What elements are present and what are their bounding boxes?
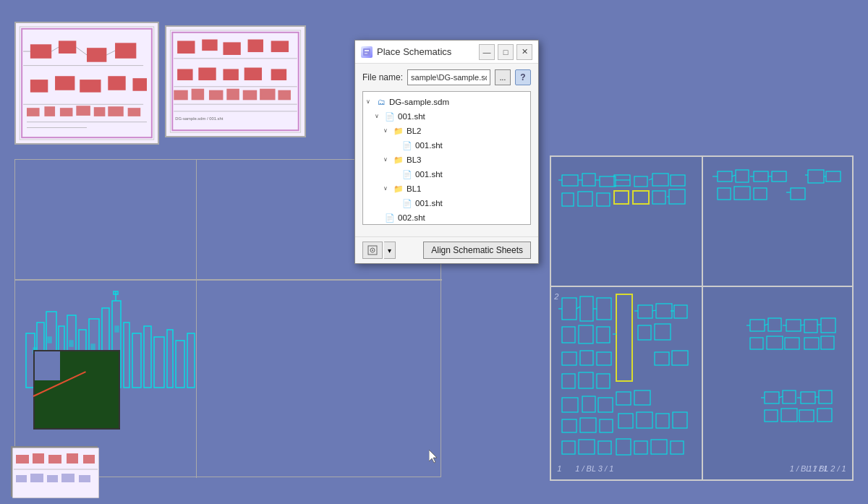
svg-rect-189: [799, 410, 814, 422]
svg-rect-20: [44, 106, 55, 116]
svg-rect-145: [582, 396, 595, 412]
right-top-right-svg: [707, 161, 851, 276]
chevron-root: ∨: [366, 95, 373, 108]
tree-item-BL3[interactable]: ∨ 📁 BL3: [380, 153, 530, 167]
svg-rect-81: [48, 337, 51, 343]
svg-rect-147: [562, 419, 576, 432]
icon-root: 🗂: [375, 95, 387, 108]
settings-icon-button[interactable]: [362, 242, 383, 259]
chevron-001sht: ∨: [375, 110, 382, 123]
svg-rect-136: [655, 324, 671, 340]
nested-schematic-box: [11, 446, 98, 497]
svg-rect-134: [597, 352, 611, 365]
svg-rect-172: [767, 336, 783, 349]
label-BL2-001sht: 001.sht: [415, 139, 443, 152]
help-button[interactable]: ?: [515, 69, 531, 85]
svg-rect-92: [634, 176, 647, 187]
svg-rect-53: [48, 455, 61, 464]
svg-rect-95: [652, 191, 665, 204]
dialog-bottom-bar: ▾ Align Schematic Sheets: [355, 236, 538, 263]
svg-rect-150: [618, 414, 633, 428]
svg-rect-60: [61, 474, 75, 482]
right-bottom-left-svg: [555, 291, 703, 475]
tree-item-001sht[interactable]: ∨ 📄 001.sht: [372, 109, 530, 124]
right-top-left-svg: [555, 161, 699, 276]
svg-rect-19: [27, 108, 40, 116]
svg-rect-33: [177, 69, 192, 80]
label-002sht: 002.sht: [398, 211, 425, 224]
tree-item-BL3-001sht[interactable]: 📄 001.sht: [389, 167, 530, 181]
file-name-input[interactable]: [407, 69, 490, 85]
svg-rect-74: [154, 337, 164, 388]
svg-line-162: [576, 307, 580, 309]
svg-rect-131: [674, 305, 687, 318]
svg-rect-93: [652, 174, 668, 186]
svg-rect-25: [128, 108, 141, 116]
nested-svg: [12, 448, 99, 498]
svg-rect-24: [108, 106, 123, 116]
icon-BL1-001sht: 📄: [401, 197, 413, 210]
svg-rect-112: [791, 188, 805, 200]
svg-rect-97: [614, 191, 629, 204]
svg-rect-76: [176, 341, 184, 388]
svg-rect-123: [580, 296, 593, 321]
svg-rect-129: [638, 305, 652, 318]
dialog-close-button[interactable]: ✕: [516, 44, 532, 60]
icon-002sht: 📄: [384, 211, 396, 224]
svg-rect-34: [198, 68, 216, 81]
tree-item-BL1-001sht[interactable]: 📄 001.sht: [389, 196, 530, 210]
svg-rect-177: [821, 336, 834, 349]
tree-item-root[interactable]: ∨ 🗂 DG-sample.sdm: [363, 95, 530, 109]
svg-rect-29: [202, 40, 217, 51]
tree-item-BL1[interactable]: ∨ 📁 BL1: [380, 181, 530, 196]
place-schematics-dialog[interactable]: Place Schematics — □ ✕ File name: ... ? …: [354, 40, 539, 264]
svg-rect-135: [638, 325, 651, 340]
label-BL3-001sht: 001.sht: [415, 168, 443, 181]
dialog-content: File name: ... ? ∨ 🗂 DG-sample.sdm ∨ 📄 0…: [355, 64, 538, 236]
file-name-label: File name:: [362, 72, 403, 82]
label-BL2: BL2: [407, 124, 421, 137]
svg-rect-86: [582, 174, 595, 186]
svg-rect-141: [634, 390, 650, 405]
svg-rect-197: [365, 53, 367, 54]
svg-rect-4: [87, 48, 106, 62]
svg-rect-87: [600, 176, 616, 187]
svg-rect-21: [60, 108, 73, 116]
dialog-title: Place Schematics: [377, 46, 451, 57]
svg-rect-140: [616, 392, 631, 405]
svg-rect-173: [785, 338, 799, 349]
svg-rect-187: [765, 410, 778, 422]
tree-item-002sht[interactable]: 📄 002.sht: [372, 210, 530, 225]
schematic-svg-2: DG-sample.sdm / 001.sht: [166, 27, 305, 136]
chevron-BL3: ∨: [383, 153, 391, 166]
file-tree[interactable]: ∨ 🗂 DG-sample.sdm ∨ 📄 001.sht ∨ 📁 BL2: [362, 91, 531, 225]
svg-rect-89: [578, 192, 592, 206]
svg-rect-144: [562, 398, 578, 412]
dialog-maximize-button[interactable]: □: [498, 44, 514, 60]
dialog-titlebar: Place Schematics — □ ✕: [355, 40, 538, 64]
tree-item-BL2-001sht[interactable]: 📄 001.sht: [389, 138, 530, 153]
svg-text:DG-sample.sdm / 001.sht: DG-sample.sdm / 001.sht: [175, 116, 223, 121]
browse-button[interactable]: ...: [495, 69, 511, 85]
tree-item-BL2[interactable]: ∨ 📁 BL2: [380, 124, 530, 138]
svg-rect-152: [656, 414, 669, 428]
svg-rect-151: [637, 412, 652, 428]
align-schematic-sheets-button[interactable]: Align Schematic Sheets: [423, 242, 531, 259]
svg-rect-52: [33, 453, 44, 464]
svg-rect-36: [244, 68, 262, 81]
svg-rect-185: [801, 392, 815, 403]
schematic-svg-1: [16, 23, 158, 143]
dialog-minimize-button[interactable]: —: [479, 44, 495, 60]
svg-rect-23: [94, 107, 106, 116]
svg-rect-7: [55, 76, 75, 90]
svg-rect-35: [223, 69, 238, 80]
svg-rect-71: [124, 323, 129, 388]
chevron-BL1: ∨: [383, 182, 391, 195]
svg-rect-175: [821, 318, 835, 333]
svg-rect-110: [754, 188, 767, 200]
schematic-thumbnail-1: [14, 22, 159, 145]
dropdown-arrow-button[interactable]: ▾: [384, 242, 396, 259]
svg-rect-61: [79, 475, 90, 482]
svg-rect-8: [80, 80, 101, 93]
svg-rect-94: [671, 175, 685, 186]
